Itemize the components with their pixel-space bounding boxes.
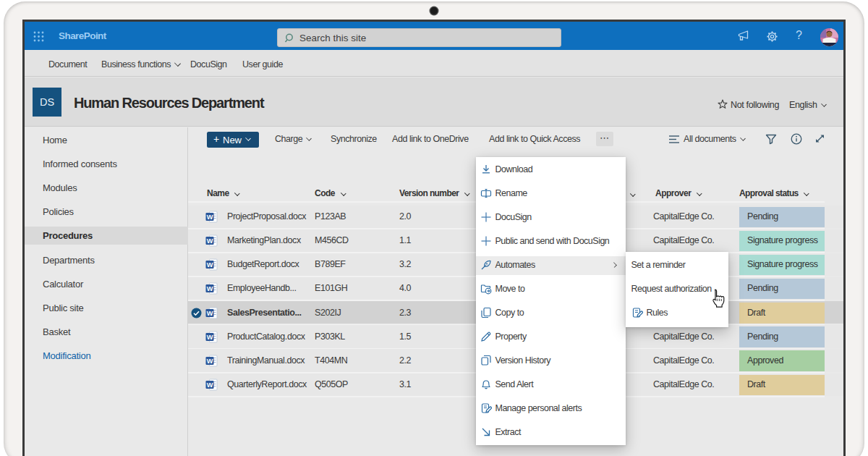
svg-text:W: W — [207, 358, 213, 365]
svg-text:W: W — [207, 285, 213, 292]
svg-text:W: W — [207, 214, 213, 221]
svg-text:W: W — [207, 309, 213, 316]
svg-text:W: W — [207, 381, 213, 389]
svg-text:W: W — [207, 261, 213, 269]
svg-text:W: W — [207, 334, 213, 341]
svg-text:W: W — [207, 237, 213, 245]
